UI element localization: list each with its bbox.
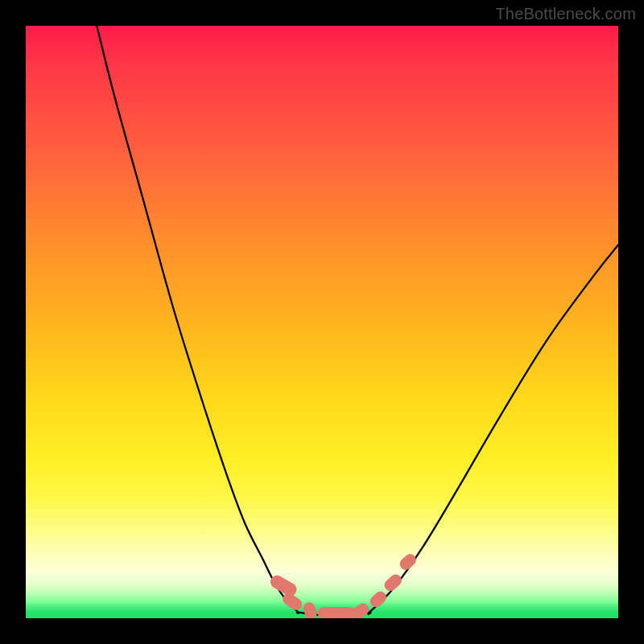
chart-frame: TheBottleneck.com <box>0 0 644 644</box>
marker-group <box>268 551 419 618</box>
bottleneck-curve <box>97 26 618 616</box>
attribution-text: TheBottleneck.com <box>495 5 636 23</box>
marker-l1 <box>268 573 299 599</box>
marker-c2 <box>318 607 357 618</box>
marker-c1 <box>302 601 318 618</box>
marker-r1 <box>368 589 389 610</box>
marker-r3 <box>398 551 419 572</box>
plot-area <box>26 26 618 618</box>
marker-l2 <box>280 591 304 613</box>
v-curve <box>97 26 618 616</box>
marker-r2 <box>382 572 404 594</box>
curve-layer <box>26 26 618 618</box>
marker-c3 <box>350 601 372 618</box>
